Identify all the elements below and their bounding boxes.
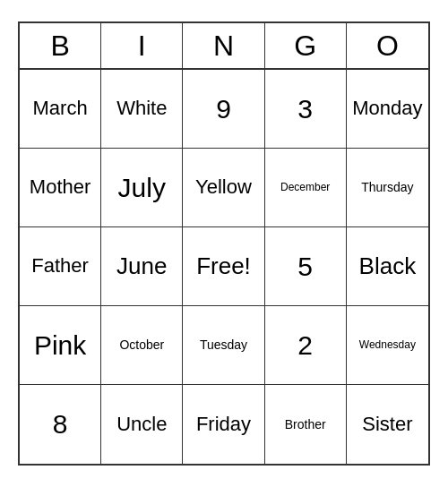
cell-text: Tuesday [200,337,247,353]
cell-text: 9 [216,93,231,125]
cell-text: 5 [297,251,313,283]
cell-r3-c4: Wednesday [347,306,428,385]
cell-text: March [33,97,88,120]
cell-text: Sister [362,413,412,436]
header-letter: I [101,23,183,68]
cell-r0-c4: Monday [347,70,428,149]
cell-text: Father [31,254,89,278]
cell-r0-c2: 9 [183,70,264,149]
cell-r1-c1: July [101,149,183,227]
cell-text: October [119,337,164,353]
cell-text: Uncle [116,413,167,436]
bingo-header: BINGO [20,23,428,70]
cell-text: White [116,97,167,120]
cell-text: Wednesday [359,338,416,351]
cell-text: Black [359,252,417,280]
cell-text: July [118,172,166,204]
cell-text: Brother [285,417,326,432]
cell-r4-c0: 8 [20,385,101,464]
cell-text: December [280,181,330,193]
cell-text: 2 [297,329,313,362]
cell-text: Pink [34,329,86,362]
cell-r4-c3: Brother [265,385,347,464]
cell-r4-c2: Friday [183,385,264,464]
cell-r2-c4: Black [347,227,428,306]
cell-r2-c3: 5 [265,227,347,306]
cell-r2-c2: Free! [183,227,264,306]
cell-text: Yellow [195,175,252,199]
header-letter: N [183,23,264,68]
cell-text: June [116,252,167,280]
cell-r3-c3: 2 [265,306,347,385]
header-letter: B [20,23,101,68]
cell-r1-c0: Mother [20,149,101,227]
header-letter: G [265,23,347,68]
cell-r3-c2: Tuesday [183,306,264,385]
cell-r0-c3: 3 [265,70,347,149]
cell-text: 8 [53,408,68,440]
cell-r0-c1: White [101,70,183,149]
cell-text: 3 [297,93,313,125]
header-letter: O [347,23,428,68]
cell-r2-c0: Father [20,227,101,306]
cell-text: Friday [196,413,251,436]
cell-text: Mother [30,175,90,199]
cell-r4-c4: Sister [347,385,428,464]
cell-r1-c2: Yellow [183,149,264,227]
cell-text: Free! [196,252,251,280]
cell-r3-c0: Pink [20,306,101,385]
cell-text: Monday [352,97,422,120]
cell-r3-c1: October [101,306,183,385]
bingo-grid: MarchWhite93MondayMotherJulyYellowDecemb… [20,70,428,464]
cell-text: Thursday [361,180,413,195]
cell-r4-c1: Uncle [101,385,183,464]
bingo-card: BINGO MarchWhite93MondayMotherJulyYellow… [18,21,430,466]
cell-r0-c0: March [20,70,101,149]
cell-r1-c4: Thursday [347,149,428,227]
cell-r1-c3: December [265,149,347,227]
cell-r2-c1: June [101,227,183,306]
